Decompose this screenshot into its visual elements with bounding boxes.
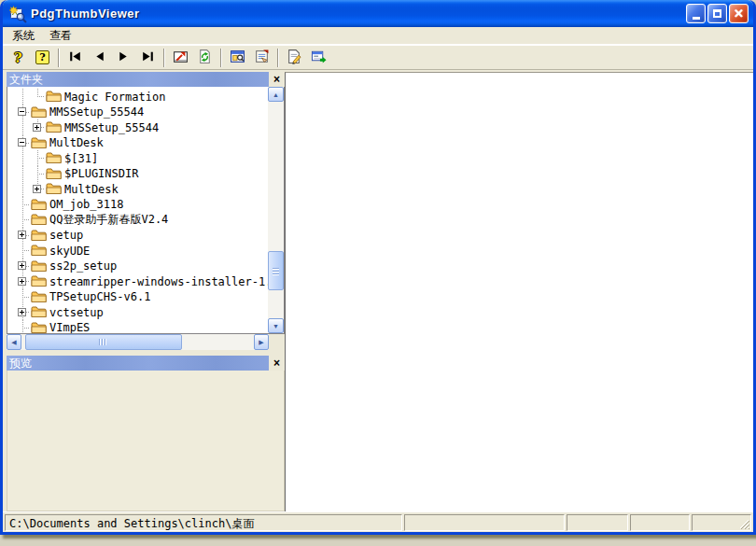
folder-icon [46,120,62,133]
help-icon: ? [14,49,22,66]
client-area: 文件夹 × Magic FormationMMSSetup_55544MMSSe… [3,70,753,511]
properties-icon [254,49,270,67]
next-page-button[interactable] [112,47,135,68]
tree-item-label: MultDesk [49,135,104,149]
properties-button[interactable] [250,47,273,68]
context-help-icon: ? [35,50,49,64]
tree-item[interactable]: OM_job_3118 [15,197,268,213]
scroll-right-icon[interactable]: ▶ [254,334,269,350]
tree-item[interactable]: streamripper-windows-installer-1.63. [15,273,268,289]
folders-panel-header: 文件夹 × [7,72,285,87]
horizontal-scroll-thumb[interactable] [25,334,182,350]
folder-icon [46,90,62,103]
tree-item[interactable]: TPSetupCHS-v6.1 [15,289,268,305]
tree-connector [30,181,45,197]
tree-item[interactable]: setup [15,228,268,244]
folder-icon [31,244,47,257]
first-page-button[interactable] [63,47,87,68]
folders-panel-close-icon[interactable]: × [269,73,285,87]
tree-item[interactable]: $PLUGINSDIR [15,166,268,182]
collapse-icon[interactable] [18,138,26,147]
prev-page-icon [91,49,107,67]
statusbar-section [692,514,751,531]
statusbar-path: C:\Documents and Settings\clinch\桌面 [5,514,402,531]
folder-icon [31,290,47,303]
expand-icon[interactable] [33,185,41,193]
expand-icon[interactable] [18,231,26,239]
tree-item-label: MMSSetup_55544 [49,105,144,119]
tree-horizontal-scrollbar[interactable]: ◀ ▶ [7,334,269,350]
tree-connector [15,243,30,259]
edit-button[interactable] [283,47,306,68]
tree-item[interactable]: skyUDE [15,243,268,259]
tree-item-label: VImpES [49,320,90,333]
explore-icon [230,49,245,67]
tree-item[interactable]: ss2p_setup [15,259,268,274]
tree-item[interactable]: VImpES [15,320,268,334]
expand-icon[interactable] [18,308,26,316]
minimize-button[interactable] [686,4,706,23]
tree-connector [30,119,45,135]
collapse-icon[interactable] [18,107,26,116]
folder-icon [46,151,62,164]
tree-guide-line [15,166,30,182]
prev-page-button[interactable] [88,47,111,68]
tree-item[interactable]: MultDesk [15,135,268,151]
scroll-down-icon[interactable]: ▼ [268,318,284,333]
close-icon: ✕ [734,7,744,20]
statusbar-section [404,514,565,531]
scrollbar-corner [269,334,285,350]
close-button[interactable]: ✕ [729,4,749,23]
folder-icon [46,182,62,195]
context-help-button[interactable]: ? [31,47,54,68]
expand-icon[interactable] [33,123,41,132]
tree-vertical-scrollbar[interactable]: ▲ ▼ [268,87,284,333]
statusbar-section [567,514,628,531]
scroll-left-icon[interactable]: ◀ [7,334,21,350]
tree-connector [15,212,30,228]
tree-guide-line [15,89,30,105]
maximize-button[interactable] [707,4,727,23]
window-title: PdgThumbViewer [31,7,682,21]
refresh-button[interactable] [193,47,217,68]
tree-item-label: MultDesk [64,182,119,196]
resize-grip-icon[interactable] [737,517,749,529]
tree-item-label: QQ登录助手新春版V2.4 [49,211,168,228]
tree-item[interactable]: $[31] [15,150,268,166]
export-icon [311,49,327,67]
tree-item-label: streamripper-windows-installer-1.63. [49,274,268,288]
tree-item[interactable]: MMSSetup_55544 [15,105,268,120]
explore-button[interactable] [226,47,249,68]
expand-icon[interactable] [18,277,26,286]
tree-item[interactable]: QQ登录助手新春版V2.4 [15,212,268,228]
menu-item[interactable]: 系统 [5,26,42,46]
preview-panel-close-icon[interactable]: × [269,357,285,371]
scroll-up-icon[interactable]: ▲ [268,87,284,102]
tree-item[interactable]: MMSSetup_55544 [15,119,268,135]
menu-item[interactable]: 查看 [42,26,79,46]
tree-item[interactable]: Magic Formation [15,89,268,105]
help-button[interactable]: ? [7,47,30,68]
tree-item-label: $[31] [64,151,98,165]
left-column: 文件夹 × Magic FormationMMSSetup_55544MMSSe… [7,72,285,511]
title-bar[interactable]: PdgThumbViewer ✕ [3,0,753,27]
tree-item[interactable]: MultDesk [15,181,268,197]
expand-icon[interactable] [18,261,26,270]
toolbar-separator [163,49,165,67]
tree-item[interactable]: vctsetup [15,304,268,320]
tree-item-label: vctsetup [49,305,104,319]
fit-window-button[interactable] [169,47,192,68]
folder-icon [31,213,47,226]
tree-guide-line [15,150,30,166]
folders-panel-title: 文件夹 [7,72,269,87]
thumbnail-pane [285,72,753,511]
tree-connector [30,89,45,105]
last-page-button[interactable] [136,47,160,68]
folder-icon [31,105,47,119]
folder-icon [31,198,47,211]
folder-icon [31,259,47,273]
export-button[interactable] [307,47,330,68]
preview-content [7,371,285,511]
tree-guide-line [15,119,30,135]
vertical-scroll-thumb[interactable] [268,251,284,290]
